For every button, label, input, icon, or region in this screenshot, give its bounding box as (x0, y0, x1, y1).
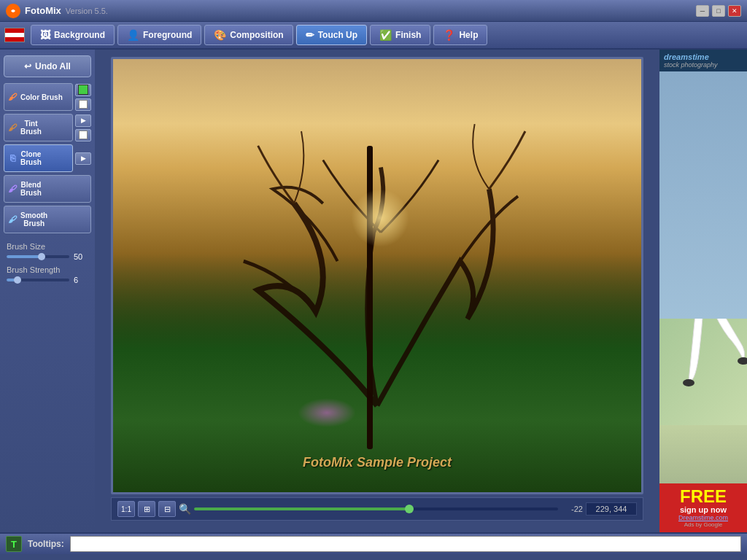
brush-strength-value: 6 (74, 276, 88, 284)
help-icon: ❓ (443, 29, 455, 41)
flowers (298, 398, 356, 427)
canvas-watermark: FotoMix Sample Project (303, 455, 452, 470)
tint-brush-label: TintBrush (20, 120, 42, 136)
tint-brush-side: ▶ (75, 114, 91, 141)
nav-composition[interactable]: 🎨 Composition (204, 25, 293, 45)
canvas-image: FotoMix Sample Project (113, 59, 641, 492)
ad-content: dreamstime stock photography (659, 50, 747, 532)
tooltip-label: Tooltips: (28, 539, 64, 549)
clone-brush-option1[interactable]: ▶ (75, 152, 91, 165)
background-icon: 🖼 (40, 29, 50, 41)
ad-signup-label: sign up now (664, 505, 743, 514)
smooth-brush-group: 🖌 SmoothBrush (4, 206, 91, 233)
clone-arrow-icon: ▶ (81, 155, 86, 162)
zoom-value: -22 (561, 505, 583, 513)
canvas-coordinates: 229, 344 (586, 502, 637, 516)
nav-touchup-label: Touch Up (318, 30, 357, 40)
svg-point-4 (738, 357, 747, 365)
fit-icon: ⊞ (144, 505, 150, 514)
grid-button[interactable]: ⊟ (158, 501, 176, 517)
app-name: FotoMix (25, 5, 61, 16)
nav-composition-label: Composition (230, 30, 283, 40)
tooltip-input[interactable] (70, 536, 741, 552)
color-brush-button[interactable]: 🖌 Color Brush (4, 83, 73, 111)
brush-strength-label: Brush Strength (7, 265, 88, 274)
tint-arrow-icon: ▶ (81, 117, 86, 124)
nav-finish-label: Finish (395, 30, 421, 40)
color-brush-icon: 🖌 (7, 92, 18, 102)
ad-landscape (659, 425, 747, 483)
nav-help-label: Help (459, 30, 478, 40)
color-brush-side (75, 84, 91, 111)
blend-brush-group: 🖌 BlendBrush (4, 175, 91, 203)
clone-brush-button[interactable]: ⎘ CloneBrush (4, 144, 73, 172)
zoom-100-button[interactable]: 1:1 (117, 501, 135, 517)
zoom-fill (194, 508, 412, 510)
tint-brush-option2[interactable] (75, 129, 91, 141)
ad-sky (659, 71, 747, 319)
language-flag[interactable] (4, 28, 25, 42)
minimize-button[interactable]: ─ (696, 5, 709, 17)
brush-size-fill (7, 255, 41, 258)
ad-panel: dreamstime stock photography (659, 50, 747, 532)
composition-icon: 🎨 (214, 29, 226, 41)
close-button[interactable]: ✕ (728, 5, 741, 17)
zoom-thumb[interactable] (405, 505, 414, 513)
nav-foreground[interactable]: 👤 Foreground (117, 25, 201, 45)
ad-free-label: FREE (664, 488, 743, 505)
brush-strength-track (7, 279, 69, 281)
clone-brush-side: ▶ (75, 152, 91, 165)
tint-brush-button[interactable]: 🖌 TintBrush (4, 114, 73, 141)
tint-brush-option1[interactable]: ▶ (75, 114, 91, 127)
brush-size-track (7, 255, 69, 258)
tint-swatch-white (79, 131, 88, 139)
brush-strength-thumb[interactable] (14, 276, 21, 284)
brush-size-container: 50 (7, 252, 88, 261)
brush-size-value: 50 (74, 252, 88, 261)
nav-touchup[interactable]: ✏ Touch Up (296, 25, 367, 45)
blend-brush-icon: 🖌 (7, 184, 18, 194)
color-brush-option1[interactable] (75, 84, 91, 96)
finish-icon: ✅ (379, 29, 392, 41)
grid-icon: ⊟ (164, 505, 171, 514)
brush-controls: Brush Size 50 Brush Strength 6 (4, 242, 91, 289)
svg-point-5 (683, 379, 694, 386)
undo-button[interactable]: ↩ Undo All (4, 55, 91, 77)
zoom-track (194, 508, 558, 510)
fit-view-button[interactable]: ⊞ (138, 501, 155, 517)
nav-finish[interactable]: ✅ Finish (370, 25, 430, 45)
ad-header: dreamstime stock photography (659, 50, 747, 71)
clone-brush-icon: ⎘ (7, 153, 18, 163)
brush-strength-row: Brush Strength 6 (7, 265, 88, 284)
nav-help[interactable]: ❓ Help (433, 25, 487, 45)
app-version: Version 5.5. (66, 7, 108, 15)
smooth-brush-icon: 🖌 (7, 214, 18, 225)
undo-label: Undo All (35, 61, 71, 71)
color-swatch-white (79, 100, 88, 109)
canvas-frame[interactable]: FotoMix Sample Project (111, 57, 643, 494)
ad-brand: dreamstime (664, 52, 709, 61)
main-area: ↩ Undo All 🖌 Color Brush 🖌 TintBrus (0, 50, 747, 532)
undo-icon: ↩ (24, 61, 31, 71)
ad-google-label: Ads by Google (664, 521, 743, 528)
toolbar: ↩ Undo All 🖌 Color Brush 🖌 TintBrus (0, 50, 95, 532)
color-brush-group: 🖌 Color Brush (4, 83, 91, 111)
title-bar: FotoMix Version 5.5. ─ □ ✕ (0, 0, 747, 22)
brush-size-row: Brush Size 50 (7, 242, 88, 261)
nav-background[interactable]: 🖼 Background (31, 25, 115, 45)
maximize-button[interactable]: □ (712, 5, 725, 17)
ad-image (659, 71, 747, 483)
brush-size-thumb[interactable] (38, 253, 45, 260)
zoom-slider-area (194, 508, 558, 510)
tint-brush-group: 🖌 TintBrush ▶ (4, 114, 91, 141)
color-brush-option2[interactable] (75, 98, 91, 111)
foreground-icon: 👤 (127, 29, 139, 41)
ad-site-link[interactable]: Dreamstime.com (664, 514, 743, 521)
blend-brush-button[interactable]: 🖌 BlendBrush (4, 175, 91, 203)
sun-glow (351, 189, 409, 247)
smooth-brush-button[interactable]: 🖌 SmoothBrush (4, 206, 91, 233)
brush-strength-container: 6 (7, 276, 88, 284)
zoom-search-icon: 🔍 (179, 503, 191, 515)
color-brush-label: Color Brush (20, 93, 63, 101)
navbar: 🖼 Background 👤 Foreground 🎨 Composition … (0, 22, 747, 50)
